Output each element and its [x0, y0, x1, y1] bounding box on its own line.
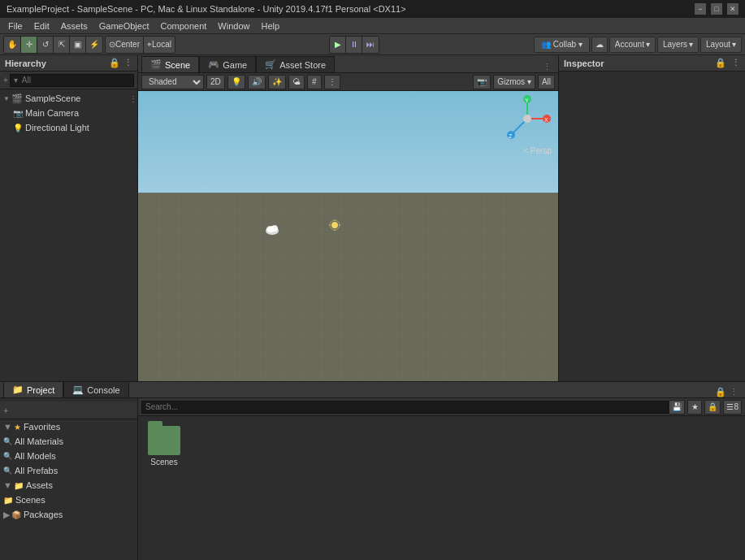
menu-gameobject[interactable]: GameObject: [94, 20, 154, 33]
light-icon: 💡: [13, 124, 23, 132]
maximize-button[interactable]: □: [711, 3, 722, 15]
scene-icon: 🎬: [11, 93, 23, 104]
project-search-input[interactable]: [141, 401, 669, 414]
search-icon-2: 🔍: [3, 452, 12, 460]
viewport[interactable]: Z X Y < Persp: [138, 91, 558, 381]
project-sidebar: + ▼ ★ Favorites 🔍 All Materials 🔍 All Mo…: [0, 398, 138, 560]
play-controls: ▶ ⏸ ⏭: [329, 36, 379, 54]
sky-button[interactable]: 🌤: [288, 75, 305, 89]
favorites-header: ▼ ★ Favorites: [0, 419, 137, 434]
scenes-tree-item[interactable]: 📁 Scenes: [0, 493, 137, 507]
hierarchy-more-icon[interactable]: ⋮: [123, 58, 132, 68]
play-button[interactable]: ▶: [330, 37, 346, 53]
collab-label: Collab ▾: [553, 40, 583, 49]
bottom-panel-icons: 🔒 ⋮: [715, 387, 742, 397]
layout-label: Layout: [706, 40, 730, 49]
tab-project[interactable]: 📁 Project: [3, 381, 63, 397]
tab-assetstore[interactable]: 🛒 Asset Store: [256, 56, 335, 72]
gizmos-button[interactable]: Gizmos ▾: [493, 75, 535, 89]
assetstore-tab-label: Asset Store: [279, 60, 326, 70]
menu-component[interactable]: Component: [155, 20, 211, 33]
all-materials-item[interactable]: 🔍 All Materials: [0, 434, 137, 449]
viewport-more-icon[interactable]: ⋮: [539, 62, 555, 72]
layout-button[interactable]: Layout ▾: [700, 37, 742, 53]
hierarchy-item-samplescene[interactable]: ▼ 🎬 SampleScene ⋮: [0, 91, 137, 106]
assets-label: Assets: [26, 480, 53, 490]
hierarchy-item-maincamera[interactable]: 📷 Main Camera: [0, 106, 137, 120]
inspector-title: Inspector: [564, 59, 604, 68]
center-label: Center: [115, 40, 140, 49]
collab-button[interactable]: 👥 Collab ▾: [534, 37, 590, 53]
tab-scene[interactable]: 🎬 Scene: [141, 56, 199, 72]
scene-menu-icon[interactable]: ⋮: [129, 94, 137, 103]
tool-rect[interactable]: ▣: [70, 37, 86, 53]
viewport-grid: [138, 193, 558, 381]
hierarchy-search[interactable]: [10, 74, 134, 87]
scenes-folder-thumb: [148, 426, 180, 455]
asset-lock-btn[interactable]: 🔒: [704, 400, 721, 415]
mode-2d-button[interactable]: 2D: [206, 75, 225, 89]
camera-btn[interactable]: 📷: [473, 75, 491, 89]
tab-game[interactable]: 🎮 Game: [199, 56, 256, 72]
bottom-more-icon[interactable]: ⋮: [730, 387, 739, 397]
all-button[interactable]: All: [538, 75, 555, 89]
step-button[interactable]: ⏭: [362, 37, 379, 53]
tool-scale[interactable]: ⇱: [54, 37, 70, 53]
menu-window[interactable]: Window: [213, 20, 254, 33]
shading-dropdown[interactable]: Shaded Wireframe: [141, 75, 204, 89]
local-button[interactable]: ⌖ Local: [144, 37, 175, 53]
all-models-item[interactable]: 🔍 All Models: [0, 449, 137, 463]
inspector-icons: 🔒 ⋮: [715, 58, 740, 68]
top-toolbar: ✋ ✛ ↺ ⇱ ▣ ⚡ ⊙ Center ⌖ Local ▶ ⏸ ⏭ 👥 Col…: [0, 34, 745, 55]
hierarchy-add-icon[interactable]: +: [3, 76, 8, 85]
grid-button[interactable]: #: [307, 75, 322, 89]
tool-move[interactable]: ✛: [21, 37, 37, 53]
svg-text:Z: Z: [509, 133, 513, 139]
inspector-more-icon[interactable]: ⋮: [731, 58, 740, 68]
hierarchy-item-directionallight[interactable]: 💡 Directional Light: [0, 120, 137, 135]
tool-transform[interactable]: ⚡: [86, 37, 102, 53]
inspector-lock-icon[interactable]: 🔒: [715, 58, 726, 68]
tab-console[interactable]: 💻 Console: [63, 381, 128, 397]
tool-rotate[interactable]: ↺: [37, 37, 54, 53]
all-models-label: All Models: [15, 451, 56, 461]
viewport-light-object[interactable]: [329, 219, 340, 232]
viewport-sun-object[interactable]: [264, 221, 280, 237]
add-folder-icon[interactable]: +: [3, 406, 8, 415]
tool-hand[interactable]: ✋: [4, 37, 21, 53]
lighting-button[interactable]: 💡: [227, 75, 245, 89]
project-content: + ▼ ★ Favorites 🔍 All Materials 🔍 All Mo…: [0, 398, 745, 560]
account-button[interactable]: Account ▾: [609, 37, 656, 53]
center-button[interactable]: ⊙ Center: [106, 37, 144, 53]
close-button[interactable]: ✕: [727, 3, 739, 15]
viewport-sky: [138, 91, 558, 193]
layers-button[interactable]: Layers ▾: [657, 37, 699, 53]
all-materials-label: All Materials: [15, 436, 63, 446]
minimize-button[interactable]: −: [695, 3, 706, 15]
scenes-folder-icon: 📁: [3, 496, 13, 505]
audio-button[interactable]: 🔊: [248, 75, 266, 89]
menu-assets[interactable]: Assets: [56, 20, 93, 33]
menu-edit[interactable]: Edit: [29, 20, 54, 33]
hierarchy-lock-icon[interactable]: 🔒: [109, 58, 120, 68]
cloud-button[interactable]: ☁: [591, 37, 608, 53]
menu-help[interactable]: Help: [256, 20, 284, 33]
project-sidebar-toolbar: +: [0, 402, 137, 419]
center-icon: ⊙: [109, 40, 115, 49]
file-item-scenes[interactable]: Scenes: [145, 423, 184, 470]
asset-save-btn[interactable]: 💾: [669, 400, 685, 415]
fx-button[interactable]: ✨: [268, 75, 286, 89]
bottom-lock-icon[interactable]: 🔒: [715, 387, 726, 397]
favorites-star-icon: ★: [14, 423, 21, 432]
local-label: Local: [152, 40, 171, 49]
all-prefabs-item[interactable]: 🔍 All Prefabs: [0, 463, 137, 478]
asset-list-btn[interactable]: ☰8: [723, 400, 742, 415]
svg-text:Y: Y: [525, 98, 529, 103]
more-button[interactable]: ⋮: [324, 75, 340, 89]
asset-star-btn[interactable]: ★: [687, 400, 702, 415]
assets-triangle: ▼: [3, 480, 12, 490]
pause-button[interactable]: ⏸: [346, 37, 362, 53]
viewport-gizmo[interactable]: Z X Y < Persp: [503, 94, 552, 155]
svg-point-19: [523, 115, 531, 123]
menu-file[interactable]: File: [3, 20, 28, 33]
